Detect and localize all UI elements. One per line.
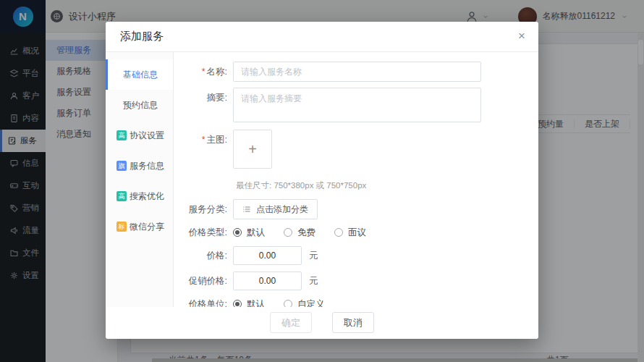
service-summary-textarea[interactable]: [233, 88, 481, 122]
modal-body: 基础信息 预约信息 高 协议设置 旗 服务信息 高 搜索优化: [106, 52, 538, 307]
price-unit-row: 价格单位: 默认 自定义: [177, 297, 525, 307]
radio-checked-icon: [233, 228, 242, 237]
radio-unit-default[interactable]: 默认: [233, 297, 265, 307]
promo-price-label: 促销价格:: [177, 272, 227, 290]
add-category-button[interactable]: 点击添加分类: [233, 199, 318, 219]
tab-label: 预约信息: [123, 99, 158, 111]
tab-label: 协议设置: [130, 130, 164, 142]
radio-icon: [284, 300, 292, 307]
tab-label: 服务信息: [130, 160, 164, 172]
name-label: *名称:: [177, 62, 227, 82]
tab-wechat-share[interactable]: 标 微信分享: [106, 211, 173, 242]
radio-label: 默认: [247, 225, 265, 240]
radio-checked-icon: [233, 300, 242, 307]
tab-reservation-info[interactable]: 预约信息: [106, 90, 173, 120]
promo-price-input[interactable]: [233, 272, 302, 290]
close-icon[interactable]: ×: [518, 28, 525, 44]
tier-badge: 高: [116, 191, 127, 201]
radio-label: 面议: [348, 225, 366, 240]
modal-tab-column: 基础信息 预约信息 高 协议设置 旗 服务信息 高 搜索优化: [106, 52, 174, 307]
price-label: 价格:: [177, 246, 227, 265]
modal-footer: 确定 取消: [106, 307, 538, 339]
service-name-input[interactable]: [233, 62, 481, 82]
tab-basic-info[interactable]: 基础信息: [106, 59, 173, 90]
main-image-row: *主图: +: [177, 130, 525, 169]
promo-price-row: 促销价格: 元: [177, 272, 525, 290]
radio-label: 默认: [247, 297, 265, 307]
main-image-label: *主图:: [177, 130, 227, 150]
required-mark: *: [202, 135, 206, 145]
tab-service-info[interactable]: 旗 服务信息: [106, 151, 173, 181]
radio-price-free[interactable]: 免费: [284, 225, 315, 240]
summary-label: 摘要:: [177, 88, 227, 108]
image-size-hint: 最佳尺寸: 750*380px 或 750*750px: [236, 180, 525, 190]
tier-badge: 标: [116, 222, 127, 232]
tab-search-optimization[interactable]: 高 搜索优化: [106, 181, 173, 211]
tier-badge: 旗: [116, 161, 127, 171]
add-category-label: 点击添加分类: [256, 203, 308, 216]
price-unit-options: 默认 自定义: [233, 297, 344, 307]
radio-unit-custom[interactable]: 自定义: [284, 297, 325, 307]
app-root: N 设计小程序 名称释放01161212 概况: [0, 0, 644, 362]
category-label: 服务分类:: [177, 199, 227, 219]
price-type-label: 价格类型:: [177, 225, 227, 240]
price-row: 价格: 元: [177, 246, 525, 265]
cancel-button[interactable]: 取消: [332, 312, 374, 333]
confirm-button[interactable]: 确定: [270, 312, 312, 333]
tab-label: 微信分享: [130, 221, 164, 233]
tab-agreement-settings[interactable]: 高 协议设置: [106, 120, 173, 151]
price-type-options: 默认 免费 面议: [233, 225, 385, 240]
plus-icon: +: [248, 141, 257, 158]
basic-info-form: *名称: 摘要: *主图: + 最佳尺寸: 750*380px 或 750*75…: [174, 52, 538, 307]
radio-price-negotiable[interactable]: 面议: [334, 225, 366, 240]
promo-price-unit: 元: [309, 272, 318, 290]
summary-row: 摘要:: [177, 88, 525, 122]
radio-label: 自定义: [297, 297, 325, 307]
list-icon: [242, 205, 251, 214]
tier-badge: 高: [116, 130, 127, 140]
category-row: 服务分类: 点击添加分类: [177, 199, 525, 219]
radio-icon: [284, 228, 292, 237]
price-input[interactable]: [233, 246, 302, 265]
tab-label: 搜索优化: [130, 190, 164, 203]
image-upload-button[interactable]: +: [233, 130, 272, 169]
modal-title: 添加服务: [120, 30, 164, 43]
price-unit-label: 价格单位:: [177, 297, 227, 307]
price-type-row: 价格类型: 默认 免费 面议: [177, 225, 525, 240]
price-unit: 元: [309, 246, 318, 265]
radio-icon: [334, 228, 343, 237]
tab-label: 基础信息: [123, 69, 158, 81]
modal-header: 添加服务 ×: [106, 22, 538, 52]
required-mark: *: [202, 67, 206, 77]
radio-label: 免费: [297, 225, 315, 240]
radio-price-default[interactable]: 默认: [233, 225, 265, 240]
add-service-modal: 添加服务 × 基础信息 预约信息 高 协议设置 旗 服务信息: [106, 22, 538, 339]
name-row: *名称:: [177, 62, 525, 82]
